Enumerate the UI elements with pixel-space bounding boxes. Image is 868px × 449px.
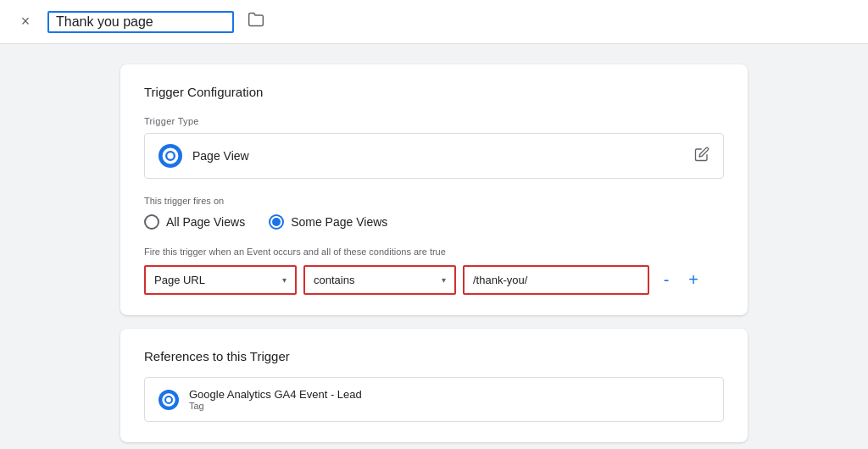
trigger-type-label: Trigger Type xyxy=(144,116,724,126)
svg-point-1 xyxy=(167,152,173,158)
title-input[interactable] xyxy=(56,14,225,30)
condition-value-input[interactable] xyxy=(463,265,649,295)
main-content: Trigger Configuration Trigger Type Page … xyxy=(0,44,868,449)
radio-circle-some xyxy=(269,214,284,230)
ref-icon xyxy=(159,390,179,410)
radio-circle-all xyxy=(144,214,159,230)
radio-some-page-views[interactable]: Some Page Views xyxy=(269,214,387,230)
minus-button[interactable]: - xyxy=(656,270,676,290)
radio-group: All Page Views Some Page Views xyxy=(144,214,724,230)
condition-field-value: Page URL xyxy=(154,274,205,286)
svg-point-2 xyxy=(163,394,174,405)
trigger-type-left: Page View xyxy=(159,144,249,168)
trigger-config-card: Trigger Configuration Trigger Type Page … xyxy=(120,64,748,315)
title-input-wrapper xyxy=(47,11,234,33)
condition-operator-value: contains xyxy=(314,274,354,286)
plus-button[interactable]: + xyxy=(683,270,704,290)
radio-label-some: Some Page Views xyxy=(291,215,387,229)
fires-on-label: This trigger fires on xyxy=(144,196,724,206)
references-card: References to this Trigger Google Analyt… xyxy=(120,329,748,442)
reference-name: Google Analytics GA4 Event - Lead xyxy=(189,388,362,401)
header: × xyxy=(0,0,868,44)
radio-label-all: All Page Views xyxy=(166,215,245,229)
trigger-config-title: Trigger Configuration xyxy=(144,85,724,99)
svg-point-3 xyxy=(166,397,171,402)
condition-field-select[interactable]: Page URL ▾ xyxy=(144,265,297,295)
conditions-desc: Fire this trigger when an Event occurs a… xyxy=(144,247,724,257)
chevron-down-icon: ▾ xyxy=(282,275,287,285)
edit-icon[interactable] xyxy=(694,147,709,165)
reference-info: Google Analytics GA4 Event - Lead Tag xyxy=(189,388,362,411)
radio-all-page-views[interactable]: All Page Views xyxy=(144,214,245,230)
condition-row: Page URL ▾ contains ▾ - + xyxy=(144,265,724,295)
reference-type: Tag xyxy=(189,401,362,411)
condition-operator-select[interactable]: contains ▾ xyxy=(303,265,456,295)
trigger-type-row: Page View xyxy=(144,133,724,179)
reference-item[interactable]: Google Analytics GA4 Event - Lead Tag xyxy=(144,377,724,422)
folder-icon[interactable] xyxy=(248,11,264,32)
page-view-icon xyxy=(159,144,182,168)
references-title: References to this Trigger xyxy=(144,349,724,363)
close-button[interactable]: × xyxy=(14,10,37,34)
svg-point-0 xyxy=(164,149,178,164)
chevron-down-icon-2: ▾ xyxy=(442,275,446,285)
trigger-type-name: Page View xyxy=(192,149,249,163)
